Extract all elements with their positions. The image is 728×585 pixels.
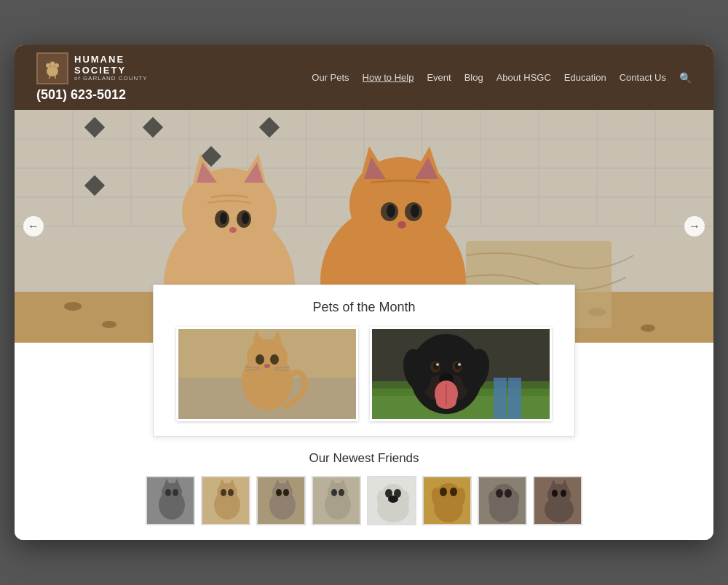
friend-thumb-1[interactable] <box>146 476 195 525</box>
logo-text: HUMANE SOCIETY of GARLAND COUNTY <box>74 55 148 81</box>
nav-blog[interactable]: Blog <box>464 72 483 83</box>
newest-friends-title: Our Newest Friends <box>15 451 713 466</box>
logo-icon <box>36 52 68 84</box>
friend-thumb-3[interactable] <box>256 476 306 525</box>
svg-point-50 <box>242 212 249 224</box>
search-button[interactable]: 🔍 <box>679 72 692 84</box>
svg-point-72 <box>270 354 279 365</box>
svg-point-103 <box>173 489 178 496</box>
logo-line3: of GARLAND COUNTY <box>74 76 148 82</box>
svg-point-110 <box>228 489 234 496</box>
svg-point-123 <box>331 489 337 496</box>
nav-about-hsgc[interactable]: About HSGC <box>496 72 551 83</box>
nav-event[interactable]: Event <box>427 72 451 83</box>
svg-point-102 <box>165 489 171 496</box>
svg-point-2 <box>46 63 50 68</box>
nav-our-pets[interactable]: Our Pets <box>312 72 349 83</box>
pet-thumb-dog[interactable] <box>370 327 552 421</box>
nav-education[interactable]: Education <box>564 72 606 83</box>
browser-frame: HUMANE SOCIETY of GARLAND COUNTY (501) 6… <box>15 45 713 540</box>
friend-thumb-2[interactable] <box>201 476 250 525</box>
svg-point-153 <box>561 490 566 497</box>
logo-line2: SOCIETY <box>74 65 148 76</box>
pets-month-title: Pets of the Month <box>168 300 560 315</box>
nav-how-to-help[interactable]: How to Help <box>363 72 414 83</box>
hero-prev-button[interactable]: ← <box>23 216 44 236</box>
right-arrow-icon: → <box>689 220 700 233</box>
svg-point-124 <box>339 489 344 496</box>
logo-area: HUMANE SOCIETY of GARLAND COUNTY (501) 6… <box>36 52 148 103</box>
logo-top: HUMANE SOCIETY of GARLAND COUNTY <box>36 52 148 84</box>
site-header: HUMANE SOCIETY of GARLAND COUNTY (501) 6… <box>15 45 713 110</box>
svg-point-49 <box>220 212 227 224</box>
svg-point-35 <box>102 321 116 328</box>
svg-point-116 <box>276 489 282 496</box>
content-section: Pets of the Month <box>15 343 713 540</box>
svg-point-3 <box>55 63 59 68</box>
friends-grid <box>15 476 713 525</box>
svg-point-146 <box>505 489 512 498</box>
svg-rect-95 <box>494 378 507 421</box>
friend-thumb-4[interactable] <box>312 476 361 525</box>
friend-thumb-6[interactable] <box>422 476 472 525</box>
pets-month-grid <box>168 327 560 421</box>
svg-point-62 <box>397 221 406 228</box>
svg-point-29 <box>64 302 82 311</box>
svg-point-51 <box>229 227 237 233</box>
svg-point-145 <box>496 489 503 498</box>
svg-point-132 <box>388 496 398 503</box>
svg-point-1 <box>47 66 58 76</box>
nav-contact-us[interactable]: Contact Us <box>620 72 666 83</box>
svg-point-90 <box>458 363 461 366</box>
hero-next-button[interactable]: → <box>684 216 705 236</box>
logo-line1: HUMANE <box>74 55 148 65</box>
svg-point-89 <box>436 363 439 366</box>
main-nav: Our Pets How to Help Event Blog About HS… <box>312 72 692 84</box>
pet-thumb-cat[interactable] <box>176 327 358 421</box>
svg-point-139 <box>450 488 457 496</box>
svg-rect-96 <box>508 378 521 421</box>
svg-point-152 <box>552 490 558 497</box>
friend-thumb-8[interactable] <box>533 476 582 525</box>
svg-point-40 <box>641 325 655 332</box>
phone-number: (501) 623-5012 <box>36 87 148 103</box>
svg-point-109 <box>221 489 226 496</box>
svg-point-138 <box>440 488 447 496</box>
search-icon: 🔍 <box>679 72 692 84</box>
newest-friends-section: Our Newest Friends <box>15 451 713 540</box>
svg-point-71 <box>256 354 264 365</box>
svg-point-60 <box>387 204 395 218</box>
friend-thumb-5[interactable] <box>367 476 416 525</box>
svg-point-4 <box>50 62 55 67</box>
svg-point-73 <box>264 364 270 368</box>
svg-point-61 <box>411 204 419 218</box>
left-arrow-icon: ← <box>28 220 39 233</box>
pets-of-month-card: Pets of the Month <box>153 284 575 437</box>
svg-point-117 <box>283 489 289 496</box>
friend-thumb-7[interactable] <box>478 476 527 525</box>
